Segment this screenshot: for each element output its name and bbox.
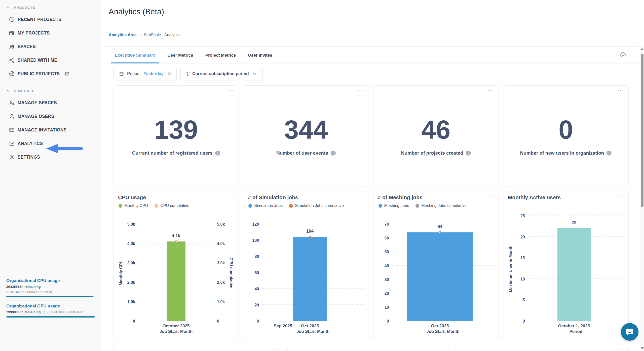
legend-dot-icon <box>415 204 419 208</box>
left-axis-ticks: 010203040506070 <box>378 210 392 336</box>
sidebar-item-analytics[interactable]: ANALYTICS <box>0 137 101 150</box>
ellipsis-menu-icon[interactable]: ⋯ <box>358 87 364 94</box>
globe-icon <box>9 71 15 77</box>
people-icon <box>9 43 15 50</box>
meshing-jobs-cumulative-marker-icon <box>439 231 441 234</box>
sidebar-item-label: SPACES <box>18 44 36 49</box>
sidebar-item-label: MANAGE INVITATIONS <box>18 127 66 133</box>
sidebar-item-public-projects[interactable]: PUBLIC PROJECTS <box>0 67 101 81</box>
cloud-download-icon[interactable] <box>620 51 627 58</box>
bar-value-label: 64 <box>437 224 442 229</box>
axis-tick-label: 0 <box>523 319 525 324</box>
axis-tick-label: 60 <box>385 236 389 240</box>
sidebar-item-shared-with-me[interactable]: SHARED WITH ME <box>0 53 101 67</box>
tab-user-metrics[interactable]: User Metrics <box>166 53 195 63</box>
tabs-row: Executive SummaryUser MetricsProject Met… <box>102 47 640 63</box>
gear-icon[interactable] <box>88 334 94 340</box>
ellipsis-menu-icon[interactable]: ⋯ <box>358 192 364 199</box>
sidebar-item-manage-invitations[interactable]: MANAGE INVITATIONS <box>0 123 101 137</box>
bar-value-label: 22 <box>572 220 576 225</box>
sidebar-item-label: MANAGE USERS <box>18 114 54 119</box>
chart-grid: CPU usage⋯Monthly CPUCPU cumulativeMonth… <box>113 191 629 339</box>
x-axis-tick-label: Oct 2025 <box>431 324 449 329</box>
page-title: Analytics (Beta) <box>109 7 164 16</box>
axis-tick-label: 5,0k <box>217 222 225 227</box>
bar-maximum-user-in-month <box>557 228 591 321</box>
period-filter-chip[interactable]: Period: Yesterday ✕ <box>113 67 177 81</box>
chevron-down-icon[interactable] <box>252 72 257 76</box>
vertical-scrollbar[interactable] <box>640 46 644 351</box>
x-axis-ticks: October 1, 2025 <box>528 321 624 329</box>
period-filter-value[interactable]: Yesterday <box>143 71 164 76</box>
chart-card-monthly-active-users: Monthly Active users⋯Maximum User in Mon… <box>503 191 629 339</box>
kpi-value: 0 <box>558 117 573 143</box>
ellipsis-menu-icon[interactable]: ⋯ <box>228 192 234 199</box>
ellipsis-menu-icon[interactable]: ⋯ <box>618 192 624 199</box>
legend-dot-icon <box>155 204 158 208</box>
ellipsis-menu-icon[interactable]: ⋯ <box>228 87 234 94</box>
scrollbar-up-arrow-icon[interactable] <box>641 48 644 50</box>
plot-area: 4,1k <box>138 210 214 321</box>
sidebar-section-header-projects[interactable]: PROJECTS <box>0 3 101 13</box>
x-axis-title: Period <box>528 329 624 336</box>
user-icon <box>9 113 15 120</box>
sidebar-item-manage-users[interactable]: MANAGE USERS <box>0 110 101 123</box>
axis-tick-label: 2,0k <box>127 280 135 285</box>
left-axis-ticks: 0510152025 <box>514 202 528 336</box>
dashboard-card-partial: ⋯ <box>460 347 629 351</box>
legend-label: Monthly CPU <box>124 203 148 208</box>
subscription-period-filter-chip[interactable]: T Current subscription period <box>180 67 262 81</box>
share-icon <box>9 57 15 63</box>
ellipsis-menu-icon[interactable]: ⋯ <box>445 346 451 351</box>
tab-project-metrics[interactable]: Project Metrics <box>204 53 238 63</box>
axis-title-text: Maximum User in Month <box>509 245 513 292</box>
ellipsis-menu-icon[interactable]: ⋯ <box>488 87 494 94</box>
axis-tick-label: 120 <box>252 222 259 227</box>
ellipsis-menu-icon[interactable]: ⋯ <box>618 346 624 351</box>
x-axis-ticks: October 2025 <box>138 321 214 329</box>
sidebar-item-my-projects[interactable]: MY PROJECTS <box>0 26 101 40</box>
tab-executive-summary[interactable]: Executive Summary <box>113 53 157 63</box>
x-axis-tick-label: October 2025 <box>163 324 190 329</box>
plot-area: 104 <box>262 210 364 321</box>
sidebar-item-settings[interactable]: SETTINGS <box>0 150 101 164</box>
kpi-label: Number of user events <box>276 150 328 156</box>
dashboard-card: Executive SummaryUser MetricsProject Met… <box>102 46 640 351</box>
axis-tick-label: 40 <box>385 264 389 268</box>
breadcrumb-home-link[interactable]: Analytics Area <box>109 33 137 37</box>
info-icon[interactable]: i <box>466 151 471 156</box>
x-axis-title: Job Start: Month <box>138 329 214 336</box>
plot-area: 22 <box>528 202 624 321</box>
scrollbar-thumb[interactable] <box>641 54 643 207</box>
bar-simulation-jobs <box>293 237 327 321</box>
sidebar-item-label: SHARED WITH ME <box>18 58 57 63</box>
sidebar-item-label: MANAGE SPACES <box>18 100 57 106</box>
sidebar-item-manage-spaces[interactable]: MANAGE SPACES <box>0 96 101 110</box>
sidebar-item-recent-projects[interactable]: RECENT PROJECTS <box>0 13 101 26</box>
ellipsis-menu-icon[interactable]: ⋯ <box>618 87 624 94</box>
filters-row: Period: Yesterday ✕ T Current subscripti… <box>102 63 640 81</box>
axis-tick-label: 0 <box>257 319 259 324</box>
scrollbar-down-arrow-icon[interactable] <box>641 347 644 349</box>
tab-user-invites[interactable]: User Invites <box>247 53 274 63</box>
ellipsis-menu-icon[interactable]: ⋯ <box>488 192 494 199</box>
gpu-usage-link[interactable]: Organizational GPU usage <box>6 304 89 309</box>
plot-column: 64Oct 2025Job Start: Month <box>392 210 494 336</box>
chat-launcher-button[interactable] <box>621 323 638 341</box>
sidebar-item-spaces[interactable]: SPACES <box>0 40 101 53</box>
info-icon[interactable]: i <box>331 151 336 156</box>
chart-card-of-meshing-jobs: # of Meshing jobs⋯Meshing JobsMeshing Jo… <box>373 191 499 339</box>
info-icon[interactable]: i <box>215 151 220 156</box>
left-axis-ticks: 020406080100120 <box>248 210 262 336</box>
cpu-usage-link[interactable]: Organizational CPU usage <box>6 278 89 283</box>
line-chart-icon <box>9 140 15 147</box>
close-icon[interactable]: ✕ <box>168 71 171 77</box>
sidebar-section-label: SIMSCALE <box>14 89 35 93</box>
gridline <box>528 216 624 216</box>
plot-column: 4,1kOctober 2025Job Start: Month <box>138 210 214 336</box>
axis-tick-label: 20 <box>520 235 525 239</box>
gridline <box>138 224 214 224</box>
ellipsis-menu-icon[interactable]: ⋯ <box>272 346 277 351</box>
sidebar-section-header-simscale[interactable]: SIMSCALE <box>0 86 101 96</box>
info-icon[interactable]: i <box>607 151 612 156</box>
